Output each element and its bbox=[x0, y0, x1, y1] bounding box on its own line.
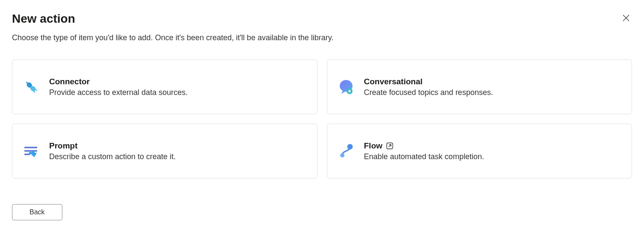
close-icon bbox=[622, 14, 630, 22]
card-text: Prompt Describe a custom action to creat… bbox=[49, 141, 176, 161]
card-connector[interactable]: Connector Provide access to external dat… bbox=[12, 59, 318, 114]
card-desc: Enable automated task completion. bbox=[364, 152, 484, 161]
connector-icon bbox=[23, 78, 40, 95]
svg-rect-6 bbox=[24, 147, 37, 148]
conversational-icon bbox=[338, 78, 355, 95]
card-title: Flow bbox=[364, 141, 484, 151]
card-title: Prompt bbox=[49, 141, 176, 151]
svg-point-9 bbox=[347, 144, 353, 150]
card-conversational[interactable]: Conversational Create focused topics and… bbox=[327, 59, 632, 114]
external-link-icon bbox=[386, 142, 394, 150]
action-type-grid: Connector Provide access to external dat… bbox=[12, 59, 632, 178]
card-desc: Create focused topics and responses. bbox=[364, 88, 493, 97]
card-title: Connector bbox=[49, 77, 188, 86]
card-desc: Describe a custom action to create it. bbox=[49, 152, 176, 161]
card-title-label: Flow bbox=[364, 141, 382, 151]
svg-rect-7 bbox=[24, 150, 37, 152]
svg-point-10 bbox=[340, 153, 344, 157]
page-title: New action bbox=[12, 12, 75, 26]
dialog-header: New action bbox=[12, 12, 632, 26]
card-text: Flow Enable automated task completion. bbox=[364, 141, 484, 161]
prompt-icon bbox=[23, 142, 40, 160]
close-button[interactable] bbox=[620, 12, 632, 24]
card-prompt[interactable]: Prompt Describe a custom action to creat… bbox=[12, 124, 318, 178]
back-button[interactable]: Back bbox=[12, 204, 62, 220]
card-flow[interactable]: Flow Enable automated task completion. bbox=[327, 124, 632, 178]
card-text: Conversational Create focused topics and… bbox=[364, 77, 493, 97]
flow-icon bbox=[338, 142, 355, 160]
card-title: Conversational bbox=[364, 77, 493, 86]
page-subtitle: Choose the type of item you'd like to ad… bbox=[12, 33, 632, 42]
card-text: Connector Provide access to external dat… bbox=[49, 77, 188, 97]
card-desc: Provide access to external data sources. bbox=[49, 88, 188, 97]
